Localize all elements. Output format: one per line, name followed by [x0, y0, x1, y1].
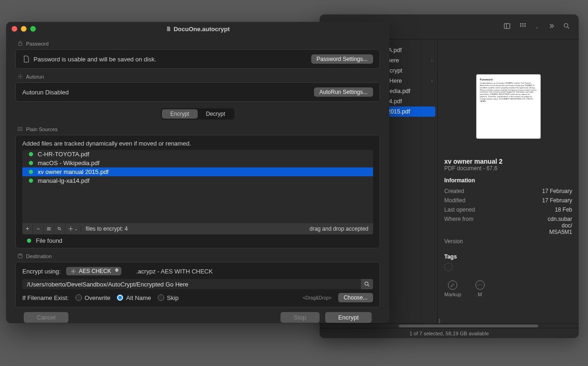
preview-title: xv owner manual 2: [444, 158, 572, 165]
sidebar-toggle-icon[interactable]: [503, 22, 511, 32]
password-panel: Password is usable and will be saved on …: [15, 49, 380, 69]
finder-preview-column: Foreword Congratulations on choosing a S…: [438, 40, 579, 323]
preview-thumbnail[interactable]: Foreword Congratulations on choosing a S…: [476, 74, 541, 139]
svg-line-28: [368, 285, 369, 286]
window-title: DocuOne.autocrypt: [6, 26, 389, 33]
svg-point-26: [73, 271, 74, 272]
source-file-row[interactable]: xv owner manual 2015.pdf: [22, 167, 373, 176]
file-name: macOS - Wikipedia.pdf: [38, 160, 100, 166]
gear-icon: [71, 269, 76, 274]
password-settings-button[interactable]: Password Settings...: [311, 54, 373, 64]
sources-section-label: Plain Sources: [17, 126, 380, 132]
add-tag-button[interactable]: [444, 263, 453, 271]
skip-radio[interactable]: Skip: [158, 294, 179, 301]
search-icon[interactable]: [563, 22, 570, 32]
column-resize-handle[interactable]: ‖: [438, 318, 441, 323]
autorun-settings-button[interactable]: AutoRun Settings...: [314, 87, 373, 97]
file-name: manual-lg-xa14.pdf: [38, 177, 89, 184]
password-section-label: Password: [17, 40, 380, 47]
svg-rect-3: [522, 23, 524, 25]
status-dot-icon: [29, 179, 33, 183]
chevron-down-icon[interactable]: ⌄: [535, 25, 539, 29]
svg-rect-0: [504, 23, 510, 28]
remove-file-button[interactable]: −: [33, 223, 44, 234]
encrypt-using-label: Encrypt using:: [22, 268, 60, 275]
metadata-row: Created17 February: [444, 186, 572, 196]
document-icon: [166, 26, 171, 32]
sources-info-text: Added files are tracked dynamically even…: [22, 140, 373, 147]
add-file-button[interactable]: +: [22, 223, 33, 234]
meta-key: Version: [444, 238, 463, 245]
svg-rect-7: [524, 25, 526, 27]
svg-point-27: [365, 282, 368, 285]
source-file-row[interactable]: manual-lg-xa14.pdf: [22, 176, 373, 185]
svg-rect-25: [19, 254, 21, 255]
finder-toolbar-icons: ⌄: [503, 22, 570, 32]
tab-encrypt[interactable]: Encrypt: [162, 109, 198, 119]
destination-panel: Encrypt using: AES CHECK .acrypz - AES W…: [15, 262, 380, 307]
list-icon: [17, 126, 23, 132]
browse-button[interactable]: [361, 279, 373, 289]
more-action[interactable]: ⋯ M: [475, 280, 485, 297]
more-label: M: [478, 292, 482, 297]
metadata-row: Where fromcdn.subardoc/MSA5M1: [444, 214, 572, 237]
metadata-row: Modified17 February: [444, 196, 572, 205]
tab-decrypt[interactable]: Decrypt: [198, 109, 234, 119]
svg-rect-5: [520, 25, 521, 27]
more-icon[interactable]: [547, 22, 555, 32]
destination-section-label: Destination: [17, 253, 380, 259]
encrypt-button[interactable]: Encrypt: [325, 312, 372, 323]
svg-point-8: [564, 23, 568, 27]
view-mode-icon[interactable]: [519, 22, 527, 32]
finder-status-bar: 1 of 7 selected, 58,19 GB available: [320, 328, 579, 338]
meta-value: 17 February: [542, 197, 572, 204]
choose-button[interactable]: Choose...: [338, 293, 373, 302]
destination-path-input[interactable]: [22, 279, 361, 289]
list-view-button[interactable]: [44, 223, 54, 234]
markup-label: Markup: [444, 292, 461, 297]
sources-toolbar: + − ⌄ files to encrypt: 4 drag and drop …: [22, 223, 373, 234]
svg-point-16: [18, 129, 19, 129]
stop-button[interactable]: Stop: [281, 312, 320, 323]
document-icon: [22, 55, 30, 63]
finder-horizontal-scrollbar[interactable]: [320, 323, 579, 328]
meta-value: cdn.subardoc/MSA5M1: [548, 216, 572, 235]
drag-drop-label: drag and drop accepted: [309, 226, 368, 232]
altname-radio[interactable]: Alt Name: [117, 294, 151, 301]
chevron-right-icon: ›: [431, 79, 433, 83]
svg-point-17: [18, 130, 19, 131]
file-found-status: File found: [22, 234, 373, 244]
file-name: xv owner manual 2015.pdf: [38, 168, 108, 175]
reveal-button[interactable]: [54, 223, 65, 234]
settings-dropdown[interactable]: ⌄: [65, 226, 81, 232]
autocrypt-dialog: DocuOne.autocrypt Password Password is u…: [6, 22, 389, 323]
preview-subtitle: PDF document - 67,6: [444, 165, 572, 172]
source-file-row[interactable]: C-HR-TOYOTA.pdf: [22, 150, 373, 159]
svg-rect-24: [18, 254, 22, 258]
metadata-row: Version: [444, 237, 572, 246]
cancel-button[interactable]: Cancel: [24, 312, 68, 323]
svg-rect-10: [19, 43, 22, 45]
svg-point-15: [18, 127, 19, 128]
thumb-heading: Foreword: [480, 78, 537, 81]
meta-key: Where from: [444, 216, 474, 235]
svg-rect-6: [522, 25, 524, 27]
meta-value: 18 Feb: [555, 206, 572, 213]
svg-rect-4: [524, 23, 526, 25]
svg-point-23: [70, 228, 72, 230]
autorun-panel: Autorun Disabled AutoRun Settings...: [15, 82, 380, 102]
autorun-status: Autorun Disabled: [22, 89, 69, 96]
status-dot-icon: [29, 152, 33, 156]
source-file-row[interactable]: macOS - Wikipedia.pdf: [22, 159, 373, 167]
overwrite-radio[interactable]: Overwrite: [75, 294, 111, 301]
gear-icon: [17, 73, 23, 80]
meta-key: Last opened: [444, 206, 475, 213]
dialog-button-row: Cancel Stop Encrypt: [15, 310, 380, 323]
markup-action[interactable]: Markup: [444, 280, 461, 297]
lock-icon: [17, 40, 23, 47]
source-file-list[interactable]: C-HR-TOYOTA.pdfmacOS - Wikipedia.pdfxv o…: [22, 150, 373, 223]
autorun-section-label: Autorun: [17, 73, 380, 80]
tags-heading: Tags: [444, 253, 572, 260]
algorithm-select[interactable]: AES CHECK: [66, 267, 121, 275]
svg-point-11: [20, 76, 21, 77]
